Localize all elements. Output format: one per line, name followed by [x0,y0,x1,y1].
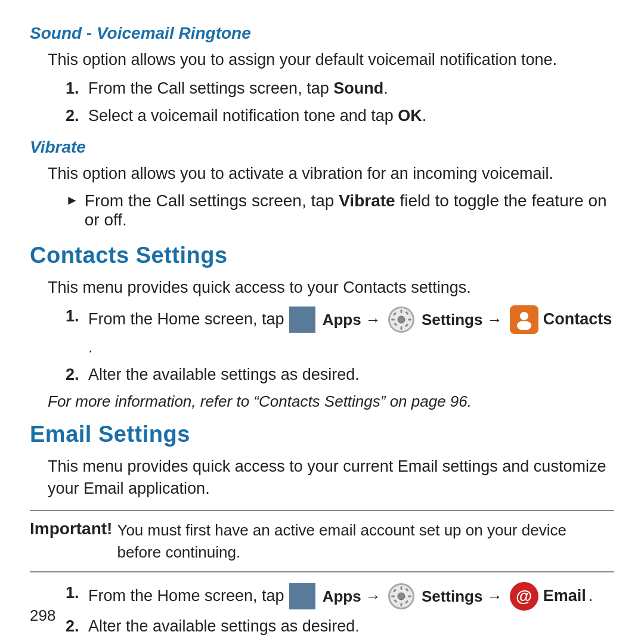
svg-rect-5 [393,312,397,315]
svg-point-11 [398,593,405,600]
contacts-ref: For more information, refer to “Contacts… [48,392,614,411]
contacts-step1-end: Contacts [543,308,612,331]
contacts-settings-body: This menu provides quick access to your … [48,277,614,299]
email-step1-pre: From the Home screen, tap [88,585,284,608]
vibrate-section: Vibrate This option allows you to activa… [30,138,614,230]
svg-rect-13 [400,603,402,606]
svg-rect-6 [405,323,408,327]
vibrate-bullet-list: ► From the Call settings screen, tap Vib… [66,191,614,230]
email-step-1: 1. From the Home screen, tap Apps → [66,582,614,611]
important-box: Important! You must first have an active… [30,510,614,572]
email-settings-heading: Email Settings [30,422,614,447]
vibrate-bullet: ► From the Call settings screen, tap Vib… [66,191,614,230]
email-settings-section: Email Settings This menu provides quick … [30,422,614,644]
page-number: 298 [30,606,55,625]
sound-voicemail-steps: 1. From the Call settings screen, tap So… [66,78,614,128]
svg-point-0 [398,316,405,323]
sound-bold-1: Sound [333,79,383,97]
svg-point-9 [520,312,528,320]
vibrate-heading: Vibrate [30,138,614,157]
vibrate-body: This option allows you to activate a vib… [48,163,614,185]
email-step1-end: Email [543,585,586,608]
email-settings-body: This menu provides quick access to your … [48,456,614,501]
email-apps-arrow: Apps → [323,586,381,607]
email-apps-grid-icon [289,583,315,609]
contacts-settings-steps: 1. From the Home screen, tap Apps → [66,305,614,386]
svg-rect-4 [408,318,411,320]
email-step2-text: Alter the available settings as desired. [88,615,360,638]
svg-rect-17 [405,600,408,603]
svg-rect-3 [391,318,395,320]
sound-voicemail-section: Sound - Voicemail Ringtone This option a… [30,24,614,127]
contacts-step-2: 2. Alter the available settings as desir… [66,364,614,386]
svg-rect-16 [393,589,397,592]
svg-rect-1 [400,309,402,313]
sound-step-1: 1. From the Call settings screen, tap So… [66,78,614,100]
svg-rect-14 [391,595,395,597]
svg-rect-19 [394,599,397,603]
important-label: Important! [30,519,112,538]
sound-bold-2: OK [398,107,422,125]
contacts-settings-heading: Contacts Settings [30,243,614,268]
sound-step-2: 2. Select a voicemail notification tone … [66,105,614,128]
svg-rect-12 [400,586,402,590]
email-settings-arrow: Settings → [422,586,503,607]
bullet-arrow-icon: ► [66,193,79,208]
email-settings-steps: 1. From the Home screen, tap Apps → [66,582,614,638]
svg-rect-8 [394,323,397,326]
contacts-step-1: 1. From the Home screen, tap Apps → [66,305,614,359]
contacts-settings-arrow: Settings → [422,309,503,330]
email-step-2: 2. Alter the available settings as desir… [66,615,614,638]
vibrate-bold: Vibrate [339,191,395,210]
contacts-settings-section: Contacts Settings This menu provides qui… [30,243,614,410]
contacts-person-icon [510,305,538,334]
sound-voicemail-heading: Sound - Voicemail Ringtone [30,24,614,43]
svg-rect-7 [405,311,408,315]
contacts-apps-arrow: Apps → [323,309,381,330]
svg-rect-2 [400,326,402,330]
svg-rect-18 [405,588,408,592]
settings-gear-icon [388,306,414,333]
svg-rect-15 [408,595,411,597]
sound-voicemail-body: This option allows you to assign your de… [48,49,614,72]
contacts-step1-pre: From the Home screen, tap [88,308,284,331]
important-body: You must first have an active email acco… [117,519,614,563]
svg-point-10 [517,321,531,330]
email-settings-gear-icon [388,583,414,609]
email-at-icon: @ [510,582,538,611]
apps-grid-icon [289,306,315,333]
contacts-step2-text: Alter the available settings as desired. [88,364,360,386]
